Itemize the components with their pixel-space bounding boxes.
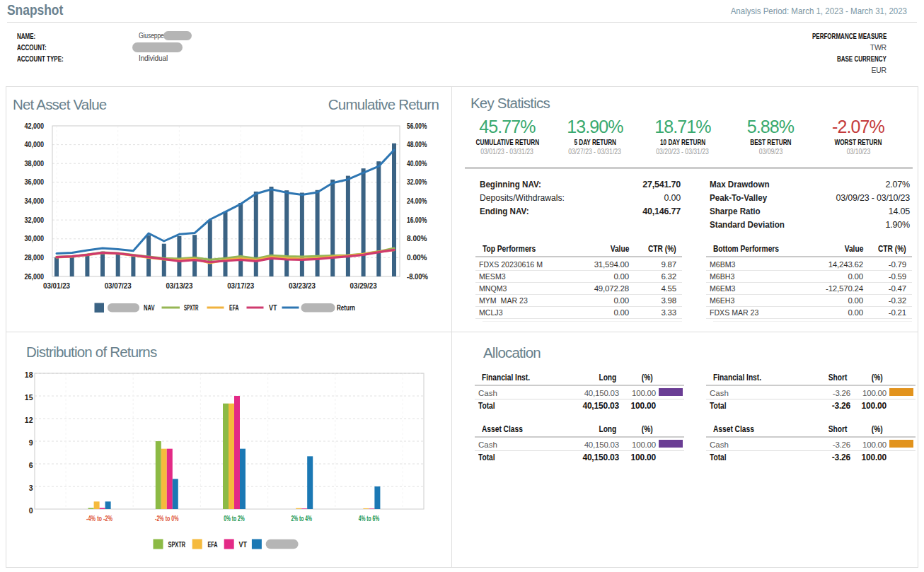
svg-text:03/01/23: 03/01/23 [43,281,70,290]
svg-text:-8.00%: -8.00% [407,272,429,281]
svg-text:42,000: 42,000 [25,122,45,130]
svg-text:40,000: 40,000 [25,140,45,148]
svg-text:9: 9 [29,438,33,447]
svg-text:48.00%: 48.00% [407,140,427,148]
svg-text:34,000: 34,000 [25,197,45,205]
svg-text:SPXTR: SPXTR [168,540,186,549]
svg-text:3: 3 [29,484,33,492]
svg-text:03/07/23: 03/07/23 [105,281,132,290]
svg-text:0% to 2%: 0% to 2% [224,514,245,523]
svg-text:38,000: 38,000 [25,159,45,168]
svg-text:NAV: NAV [144,303,155,312]
svg-text:0.00%: 0.00% [407,253,427,262]
svg-text:30,000: 30,000 [25,234,45,243]
svg-text:24.00%: 24.00% [407,197,427,205]
svg-text:4% to 6%: 4% to 6% [359,514,380,523]
svg-text:40.00%: 40.00% [407,159,427,168]
svg-text:VT: VT [269,303,277,312]
svg-text:12: 12 [25,416,33,424]
svg-text:EFA: EFA [208,540,218,549]
svg-text:Return: Return [337,303,355,312]
svg-text:56.00%: 56.00% [407,122,427,130]
svg-text:28,000: 28,000 [25,253,45,262]
svg-text:EFA: EFA [229,303,239,312]
svg-text:6: 6 [29,461,33,469]
svg-text:32,000: 32,000 [25,216,45,224]
svg-text:-4% to -2%: -4% to -2% [86,514,112,523]
svg-text:8.00%: 8.00% [407,234,427,243]
svg-text:2% to 4%: 2% to 4% [291,514,312,523]
svg-text:15: 15 [25,393,33,402]
svg-text:36,000: 36,000 [25,177,45,186]
svg-text:03/17/23: 03/17/23 [227,281,254,290]
svg-text:-2% to 0%: -2% to 0% [155,514,179,523]
svg-text:03/29/23: 03/29/23 [350,281,377,290]
svg-text:SPXTR: SPXTR [184,303,199,312]
svg-text:32.00%: 32.00% [407,177,427,186]
svg-text:03/23/23: 03/23/23 [289,281,316,290]
svg-text:18: 18 [25,370,33,379]
svg-text:26,000: 26,000 [25,272,45,281]
svg-text:03/13/23: 03/13/23 [166,281,192,290]
svg-text:0: 0 [29,506,33,515]
svg-text:16.00%: 16.00% [407,216,427,224]
svg-text:VT: VT [239,540,248,549]
